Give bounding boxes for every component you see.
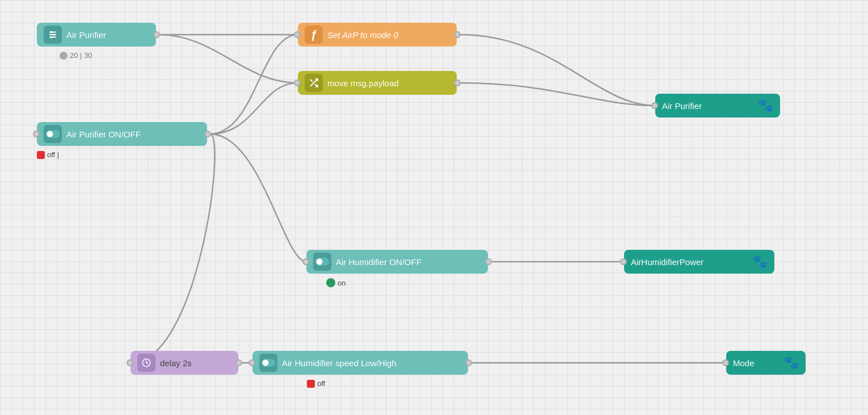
status-dot-gray: [60, 52, 68, 60]
delay-left-port[interactable]: [127, 359, 133, 366]
air-humidifier-onoff-label: Air Humidifier ON/OFF: [336, 257, 422, 267]
node-red-canvas: Air Purifier 20 | 30 ƒ Set AirP to mode …: [0, 0, 868, 415]
air-purifier-input-node[interactable]: Air Purifier: [37, 23, 156, 47]
delay-right-port[interactable]: [235, 359, 242, 366]
humid-onoff-status-text: on: [338, 279, 345, 287]
set-airp-function-node[interactable]: ƒ Set AirP to mode 0: [298, 23, 457, 47]
svg-point-4: [53, 33, 55, 36]
air-humidifier-speed-label: Air Humidifier speed Low/High: [282, 358, 397, 368]
air-purifier-onoff-status: off |: [37, 150, 59, 159]
move-msg-right-port[interactable]: [454, 79, 461, 86]
mode-output-node[interactable]: Mode 🐾: [726, 351, 806, 375]
air-purifier-onoff-right-port[interactable]: [204, 131, 211, 137]
air-purifier-onoff-label: Air Purifier ON/OFF: [66, 129, 141, 139]
air-purifier-input-status: 20 | 30: [60, 51, 92, 60]
air-purifier-input-label: Air Purifier: [66, 30, 106, 40]
onoff-status-text: off |: [47, 150, 59, 159]
shuffle-icon: [305, 74, 323, 92]
air-humidifier-power-node[interactable]: AirHumidifierPower 🐾: [624, 250, 774, 274]
status-dot-green-humid: [326, 278, 335, 287]
speed-left-port[interactable]: [248, 359, 255, 366]
svg-point-12: [317, 259, 323, 265]
air-humidifier-onoff-node[interactable]: Air Humidifier ON/OFF: [306, 250, 488, 274]
svg-point-10: [47, 131, 53, 137]
air-humidifier-onoff-status: on: [326, 278, 345, 287]
mode-miio-icon: 🐾: [783, 355, 799, 370]
air-humidifier-onoff-right-port[interactable]: [485, 258, 492, 265]
svg-point-5: [50, 36, 53, 39]
delay-node[interactable]: delay 2s: [130, 351, 238, 375]
mode-left-port[interactable]: [722, 359, 729, 366]
speed-right-port[interactable]: [465, 359, 472, 366]
svg-line-8: [310, 79, 313, 82]
air-humidifier-speed-node[interactable]: Air Humidifier speed Low/High: [252, 351, 468, 375]
air-purifier-output-label: Air Purifier: [662, 101, 758, 111]
air-humidifier-power-left-port[interactable]: [620, 258, 627, 265]
function-icon: ƒ: [305, 26, 323, 44]
air-humidifier-onoff-left-port[interactable]: [302, 258, 309, 265]
move-msg-node[interactable]: move msg.payload: [298, 71, 457, 95]
toggle-icon-onoff: [44, 125, 62, 143]
set-airp-left-port[interactable]: [294, 31, 301, 38]
clock-icon: [137, 354, 155, 372]
air-humidifier-power-label: AirHumidifierPower: [631, 257, 752, 267]
delay-label: delay 2s: [160, 358, 192, 368]
mode-output-label: Mode: [733, 358, 783, 368]
svg-point-15: [263, 360, 269, 366]
air-humidifier-speed-status: off: [307, 379, 325, 388]
air-purifier-input-right-port[interactable]: [153, 31, 160, 38]
status-dot-red-onoff: [37, 151, 45, 159]
move-msg-left-port[interactable]: [294, 79, 301, 86]
set-airp-label: Set AirP to mode 0: [327, 30, 398, 40]
air-purifier-miio-icon: 🐾: [758, 98, 773, 113]
set-airp-right-port[interactable]: [454, 31, 461, 38]
toggle-humidifier-icon: [313, 253, 331, 271]
air-purifier-onoff-node[interactable]: Air Purifier ON/OFF: [37, 122, 207, 146]
speed-status-text: off: [317, 379, 325, 388]
air-purifier-onoff-left-port[interactable]: [33, 131, 40, 137]
status-dot-red-speed: [307, 380, 315, 388]
toggle-speed-icon: [259, 354, 277, 372]
air-purifier-output-left-port[interactable]: [651, 102, 658, 109]
air-purifier-output-node[interactable]: Air Purifier 🐾: [655, 94, 780, 118]
air-humidifier-miio-icon: 🐾: [752, 254, 768, 269]
svg-point-3: [50, 31, 53, 33]
move-msg-label: move msg.payload: [327, 78, 399, 88]
sliders-icon: [44, 26, 62, 44]
